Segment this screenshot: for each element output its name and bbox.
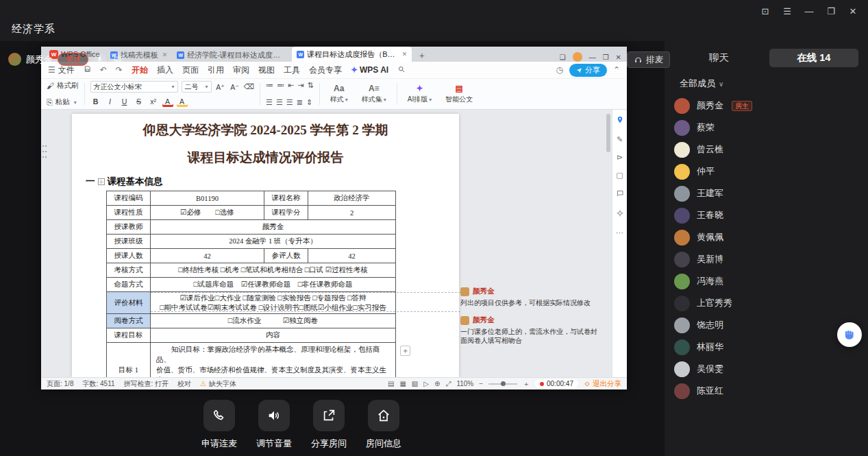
highlight-button[interactable]: A: [177, 96, 188, 107]
exit-share-button[interactable]: 退出分享: [584, 379, 621, 389]
member-row[interactable]: 吴新博: [665, 248, 868, 270]
font-color-button[interactable]: A: [162, 96, 173, 107]
close-icon[interactable]: ✕: [842, 3, 864, 19]
format-painter-button[interactable]: 🖌︎ 格式刷: [47, 81, 79, 91]
wps-restore-icon[interactable]: ❐: [603, 53, 609, 61]
minimize-icon[interactable]: —: [798, 3, 820, 19]
zoom-slider[interactable]: [488, 383, 517, 385]
tab-list-icon[interactable]: ❏: [560, 53, 566, 61]
font-name-select[interactable]: 方正公文小标宋 ▾: [90, 81, 178, 93]
add-comment-button[interactable]: ＋: [400, 346, 410, 356]
member-row[interactable]: 黄佩佩: [665, 226, 868, 248]
room-info-button[interactable]: 房间信息: [366, 400, 401, 450]
outdent-icon[interactable]: ⇤: [288, 81, 294, 90]
align-right-icon[interactable]: ☰: [286, 98, 293, 107]
view-page-icon[interactable]: ▤: [388, 380, 394, 387]
outline-collapse-icon[interactable]: [98, 178, 105, 185]
clear-format-icon[interactable]: ⌫: [244, 82, 255, 91]
doc-tab-3-active[interactable]: W 课程目标达成度报告（B0119 ✕: [292, 47, 412, 62]
request-mic-button[interactable]: 申请连麦: [201, 400, 237, 450]
save-icon[interactable]: [84, 65, 91, 75]
underline-button[interactable]: U: [119, 96, 130, 107]
menu-tab-page[interactable]: 页面: [182, 64, 199, 76]
member-row[interactable]: 仲平: [665, 160, 868, 182]
pen-icon[interactable]: ✎: [617, 136, 623, 143]
align-left-icon[interactable]: ☰: [266, 98, 273, 107]
file-menu[interactable]: ☰ 文件: [48, 64, 75, 76]
member-row[interactable]: 王春晓: [665, 204, 868, 226]
menu-tab-member[interactable]: 会员专享: [309, 64, 342, 76]
menu-tab-insert[interactable]: 插入: [157, 64, 173, 76]
vertical-scrollbar[interactable]: [606, 114, 610, 152]
sort-icon[interactable]: ⇅: [308, 81, 314, 90]
indent-icon[interactable]: ⇥: [297, 81, 303, 90]
style-button[interactable]: Aa 样式▾: [325, 81, 353, 107]
close-tab-icon[interactable]: ✕: [402, 51, 408, 58]
wps-ai-menu[interactable]: ✦ WPS AI: [351, 65, 388, 75]
font-size-select[interactable]: 二号 ▾: [182, 81, 212, 93]
wps-minimize-icon[interactable]: —: [589, 53, 596, 61]
screen-share-button[interactable]: [111, 53, 124, 66]
member-row[interactable]: 陈亚红: [665, 380, 868, 402]
member-row[interactable]: 上官秀秀: [665, 292, 868, 314]
collapse-ribbon-icon[interactable]: ⌃: [613, 65, 620, 75]
menu-tab-reference[interactable]: 引用: [208, 64, 224, 76]
numbered-list-icon[interactable]: ≕: [277, 81, 284, 90]
new-tab-button[interactable]: ＋: [412, 49, 432, 62]
bold-button[interactable]: B: [90, 96, 101, 107]
zoom-level[interactable]: 110%: [456, 380, 473, 387]
adjust-volume-button[interactable]: 调节音量: [256, 400, 292, 450]
share-button[interactable]: 分享: [569, 64, 607, 77]
style-set-button[interactable]: A≡ 样式集▾: [357, 81, 391, 107]
menu-tab-home[interactable]: 开始: [132, 64, 148, 76]
locate-pin-icon[interactable]: [616, 116, 624, 125]
view-outline-icon[interactable]: ▧: [412, 380, 418, 387]
course-info-table[interactable]: 课程编码B01190 课程名称政治经济学 课程性质☑必修 □选修 课程学分2 授…: [106, 191, 396, 377]
bullet-list-icon[interactable]: ≔: [266, 81, 273, 90]
select-cursor-icon[interactable]: ⊳: [617, 154, 623, 161]
search-icon[interactable]: [397, 65, 406, 75]
member-row[interactable]: 冯海燕: [665, 270, 868, 292]
fist-bump-button[interactable]: [837, 322, 862, 347]
pane-drag-handle[interactable]: [42, 145, 48, 160]
proofread-button[interactable]: 校对: [177, 379, 191, 389]
tab-online-members[interactable]: 在线 14: [769, 49, 859, 67]
paste-button[interactable]: ⎘ 粘贴 ▾: [47, 97, 79, 107]
justify-icon[interactable]: ≣: [297, 98, 303, 107]
missing-font-warning[interactable]: 缺失字体: [209, 379, 236, 389]
shape-tool-icon[interactable]: ▢: [616, 171, 623, 179]
decrease-font-button[interactable]: A⁻: [230, 82, 240, 93]
member-row[interactable]: 颜秀金 房主: [665, 95, 868, 117]
comment-card[interactable]: 颜秀金 列出的项目仅供参考，可根据实际情况修改: [460, 287, 603, 307]
fullscreen-icon[interactable]: ⤢: [445, 380, 451, 388]
menu-tab-review[interactable]: 审阅: [233, 64, 249, 76]
view-web-icon[interactable]: ▦: [399, 380, 406, 387]
zoom-out-button[interactable]: −: [479, 380, 483, 387]
doc-tab-2[interactable]: W 经济学院-课程目标达成度报告模板..: [172, 48, 292, 62]
member-row[interactable]: 曾云樵: [665, 139, 868, 160]
wps-account-avatar[interactable]: [573, 52, 582, 62]
member-filter-dropdown[interactable]: 全部成员 ∨: [680, 77, 723, 90]
zoom-fit-icon[interactable]: ⊕: [434, 380, 440, 387]
menu-tab-view[interactable]: 视图: [258, 64, 275, 76]
mic-button[interactable]: [93, 53, 106, 66]
more-icon[interactable]: ⋯: [616, 229, 623, 237]
cloud-collab-icon[interactable]: ◷: [556, 65, 562, 75]
italic-button[interactable]: I: [105, 96, 116, 107]
ai-layout-button[interactable]: ✦ AI排版▾: [403, 81, 436, 107]
member-row[interactable]: 吴俣雯: [665, 358, 868, 380]
restore-icon[interactable]: ❐: [820, 3, 842, 19]
read-mode-icon[interactable]: ▷: [423, 380, 429, 387]
menu-tab-tools[interactable]: 工具: [284, 64, 300, 76]
wps-close-icon[interactable]: ✕: [616, 53, 621, 61]
presenter-avatar[interactable]: [8, 53, 21, 66]
comment-card[interactable]: 颜秀金 一门课多位老师上的，需流水作业，与试卷封面阅卷人填写相吻合: [460, 315, 603, 345]
superscript-button[interactable]: x²: [148, 96, 159, 107]
zoom-in-button[interactable]: ＋: [523, 379, 530, 389]
word-count[interactable]: 字数: 4511: [82, 379, 114, 389]
increase-font-button[interactable]: A⁺: [215, 82, 226, 93]
tab-chat[interactable]: 聊天: [674, 49, 764, 67]
undo-icon[interactable]: ↶: [100, 65, 107, 75]
line-spacing-icon[interactable]: ⇕: [306, 98, 312, 107]
menu-icon[interactable]: ☰: [776, 3, 798, 19]
